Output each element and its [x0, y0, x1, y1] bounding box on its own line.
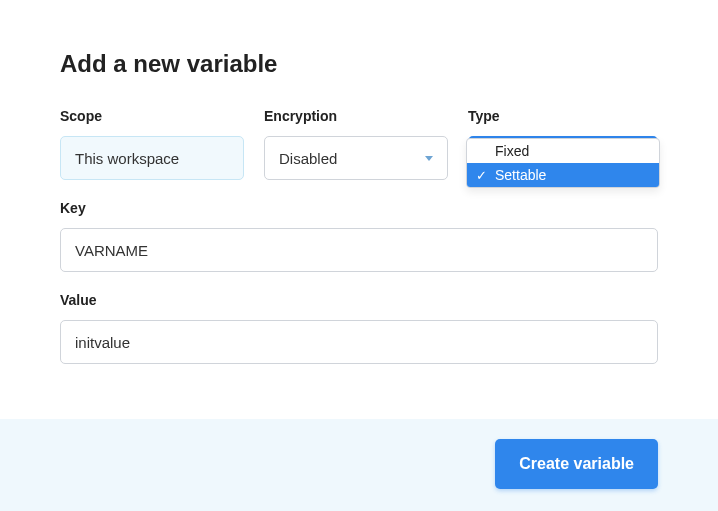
encryption-select[interactable]: Disabled — [264, 136, 448, 180]
scope-field: Scope This workspace — [60, 108, 244, 180]
footer-bar: Create variable — [0, 419, 718, 511]
key-field: Key — [60, 200, 658, 272]
value-input[interactable] — [60, 320, 658, 364]
type-dropdown: Fixed Settable — [466, 138, 660, 188]
page-title: Add a new variable — [60, 50, 658, 78]
scope-label: Scope — [60, 108, 244, 124]
value-field: Value — [60, 292, 658, 364]
chevron-down-icon — [425, 156, 433, 161]
encryption-field: Encryption Disabled — [264, 108, 448, 180]
type-option-settable-label: Settable — [495, 167, 546, 183]
value-label: Value — [60, 292, 658, 308]
type-label: Type — [468, 108, 658, 124]
create-variable-button[interactable]: Create variable — [495, 439, 658, 489]
scope-value: This workspace — [75, 150, 179, 167]
encryption-label: Encryption — [264, 108, 448, 124]
type-option-fixed-label: Fixed — [495, 143, 529, 159]
type-option-fixed[interactable]: Fixed — [467, 139, 659, 163]
scope-select[interactable]: This workspace — [60, 136, 244, 180]
key-label: Key — [60, 200, 658, 216]
encryption-value: Disabled — [279, 150, 337, 167]
type-field: Type Fixed Settable — [468, 108, 658, 180]
type-option-settable[interactable]: Settable — [467, 163, 659, 187]
key-input[interactable] — [60, 228, 658, 272]
